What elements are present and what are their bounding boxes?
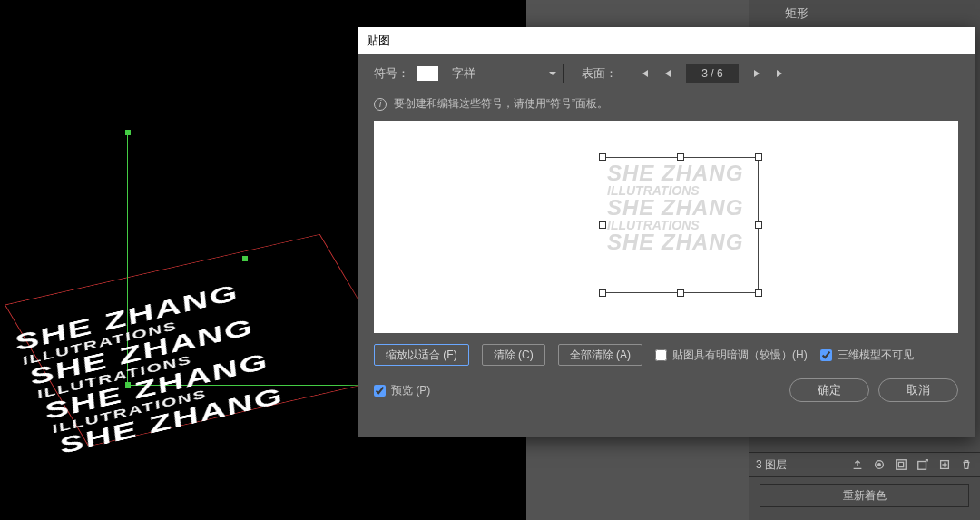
svg-point-1 xyxy=(878,464,881,466)
symbol-combo[interactable]: 字样 xyxy=(446,64,564,83)
new-layer-icon[interactable] xyxy=(938,458,951,471)
chevron-down-icon xyxy=(548,69,557,78)
last-surface-icon[interactable] xyxy=(775,68,786,79)
svg-rect-2 xyxy=(897,460,906,470)
preview-checkbox[interactable]: 预览 (P) xyxy=(374,383,430,398)
hint-text: 要创建和编辑这些符号，请使用“符号”面板。 xyxy=(394,96,608,112)
prev-surface-icon[interactable] xyxy=(662,68,673,79)
svg-rect-3 xyxy=(898,462,903,466)
symbol-swatch xyxy=(416,66,438,81)
clear-button[interactable]: 清除 (C) xyxy=(482,344,545,366)
clear-all-button[interactable]: 全部清除 (A) xyxy=(558,344,642,366)
layer-icon-group xyxy=(851,458,973,471)
new-sublayer-icon[interactable] xyxy=(916,458,929,471)
ok-button[interactable]: 确定 xyxy=(789,378,869,402)
layers-count: 3 图层 xyxy=(756,457,787,473)
locate-icon[interactable] xyxy=(873,458,886,471)
mapped-symbol-bounds[interactable]: SHE ZHANG ILLUTRATIONS SHE ZHANG ILLUTRA… xyxy=(603,157,759,293)
dialog-title: 贴图 xyxy=(358,27,975,54)
recolor-button[interactable]: 重新着色 xyxy=(760,484,969,507)
map-preview[interactable]: SHE ZHANG ILLUTRATIONS SHE ZHANG ILLUTRA… xyxy=(374,121,958,333)
shade-artwork-checkbox[interactable]: 贴图具有明暗调（较慢）(H) xyxy=(655,348,808,363)
first-surface-icon[interactable] xyxy=(639,68,650,79)
surface-label: 表面： xyxy=(582,65,617,82)
export-icon[interactable] xyxy=(851,458,864,471)
preview-input[interactable] xyxy=(374,385,386,397)
info-icon: i xyxy=(374,98,387,111)
invisible-geometry-input[interactable] xyxy=(820,349,832,361)
invisible-geometry-checkbox[interactable]: 三维模型不可见 xyxy=(820,348,914,363)
shade-artwork-input[interactable] xyxy=(655,349,667,361)
cancel-button[interactable]: 取消 xyxy=(878,378,958,402)
mapped-symbol-art: SHE ZHANG ILLUTRATIONS SHE ZHANG ILLUTRA… xyxy=(603,157,759,259)
scale-to-fit-button[interactable]: 缩放以适合 (F) xyxy=(374,344,469,366)
clip-mask-icon[interactable] xyxy=(895,458,907,471)
delete-layer-icon[interactable] xyxy=(960,458,973,471)
surface-index-input[interactable]: 3 / 6 xyxy=(686,64,739,83)
symbol-label: 符号： xyxy=(374,65,409,82)
svg-rect-4 xyxy=(918,462,926,470)
next-surface-icon[interactable] xyxy=(751,68,762,79)
map-art-dialog: 贴图 符号： 字样 表面： 3 / 6 i 要创建和编辑这些符号，请使用“符号”… xyxy=(358,27,975,437)
panel-heading: 矩形 xyxy=(749,0,980,27)
layers-row[interactable]: 3 图层 xyxy=(749,452,980,477)
symbol-value: 字样 xyxy=(452,65,475,82)
